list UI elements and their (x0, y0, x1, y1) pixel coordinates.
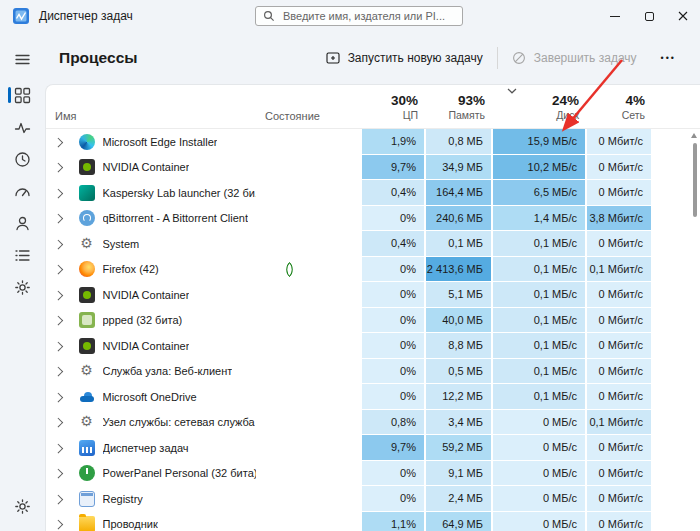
maximize-button[interactable] (632, 0, 666, 32)
process-disk-value: 0,1 МБ/с (493, 359, 587, 385)
process-name: Служба узла: Веб-клиент (103, 365, 233, 377)
window-controls (598, 0, 700, 32)
process-cpu-value: 0% (362, 282, 426, 308)
close-button[interactable] (666, 0, 700, 32)
sidebar-item-app-history[interactable] (0, 144, 45, 174)
process-name: NVIDIA Container (103, 289, 190, 301)
expand-chevron-icon[interactable] (54, 494, 63, 503)
process-status-cell (256, 257, 362, 283)
expand-chevron-icon[interactable] (54, 188, 63, 197)
process-status-cell (256, 333, 362, 359)
search-input[interactable] (255, 6, 463, 26)
process-network-value: 0 Мбит/с (587, 180, 653, 206)
column-header-name[interactable]: Имя (46, 85, 256, 128)
expand-chevron-icon[interactable] (54, 443, 63, 452)
end-task-button[interactable]: Завершить задачу (502, 46, 647, 70)
expand-chevron-icon[interactable] (54, 290, 63, 299)
network-total-value: 4% (625, 93, 645, 108)
expand-chevron-icon[interactable] (54, 469, 63, 478)
process-name-cell: Служба узла: Веб-клиент (46, 359, 256, 385)
run-new-task-button[interactable]: Запустить новую задачу (316, 46, 493, 70)
table-row[interactable]: Microsoft Edge Installer1,9%0,8 МБ15,9 М… (46, 129, 700, 155)
expand-chevron-icon[interactable] (54, 239, 63, 248)
process-name-cell: Microsoft OneDrive (46, 384, 256, 410)
process-cpu-value: 9,7% (362, 435, 426, 461)
system-icon (79, 236, 95, 252)
process-cpu-value: 0% (362, 308, 426, 334)
column-header-memory[interactable]: 93% Память (426, 85, 493, 128)
table-row[interactable]: Firefox (42)0%2 413,6 МБ0,1 МБ/с0,1 Мбит… (46, 257, 700, 283)
column-header-status[interactable]: Состояние (256, 85, 362, 128)
process-cpu-value: 0% (362, 461, 426, 487)
column-header-network[interactable]: 4% Сеть (587, 85, 653, 128)
ppped-icon (79, 312, 95, 328)
expand-chevron-icon[interactable] (54, 341, 63, 350)
powerpanel-icon (79, 465, 95, 481)
users-icon (14, 215, 31, 232)
sidebar-item-services[interactable] (0, 272, 45, 302)
expand-chevron-icon[interactable] (54, 418, 63, 427)
minimize-icon (610, 16, 620, 17)
process-disk-value: 0 МБ/с (493, 410, 587, 436)
column-header-cpu[interactable]: 30% ЦП (362, 85, 426, 128)
expand-chevron-icon[interactable] (54, 137, 63, 146)
column-header-disk[interactable]: 24% Диск (493, 85, 587, 128)
nav-menu-button[interactable] (0, 44, 45, 74)
process-disk-value: 0,1 МБ/с (493, 333, 587, 359)
process-network-value: 0,1 Мбит/с (587, 257, 653, 283)
process-name-cell: ppped (32 бита) (46, 308, 256, 334)
table-row[interactable]: Диспетчер задач9,7%59,2 МБ0 МБ/с0 Мбит/с (46, 435, 700, 461)
table-row[interactable]: NVIDIA Container0%5,1 МБ0,1 МБ/с0 Мбит/с (46, 282, 700, 308)
process-memory-value: 59,2 МБ (426, 435, 493, 461)
table-row[interactable]: ppped (32 бита)0%40,0 МБ0,1 МБ/с0 Мбит/с (46, 308, 700, 334)
process-cpu-value: 1,1% (362, 512, 426, 531)
table-row[interactable]: PowerPanel Personal (32 бита)0%9,1 МБ0 М… (46, 461, 700, 487)
expand-chevron-icon[interactable] (54, 163, 63, 172)
new-task-icon (326, 51, 340, 65)
table-row[interactable]: qBittorrent - A Bittorrent Client0%240,6… (46, 206, 700, 232)
process-network-value: 0 Мбит/с (587, 282, 653, 308)
expand-chevron-icon[interactable] (54, 392, 63, 401)
process-memory-value: 40,0 МБ (426, 308, 493, 334)
expand-chevron-icon[interactable] (54, 520, 63, 529)
process-disk-value: 15,9 МБ/с (493, 129, 587, 155)
process-network-value: 0 Мбит/с (587, 333, 653, 359)
scrollbar-thumb[interactable] (693, 143, 697, 217)
expand-chevron-icon[interactable] (54, 367, 63, 376)
sidebar-item-details[interactable] (0, 240, 45, 270)
sidebar-item-users[interactable] (0, 208, 45, 238)
table-row[interactable]: Проводник1,1%64,9 МБ0 МБ/с0 Мбит/с (46, 512, 700, 531)
process-cpu-value: 0% (362, 359, 426, 385)
table-row[interactable]: NVIDIA Container9,7%34,9 МБ10,2 МБ/с0 Мб… (46, 155, 700, 181)
sidebar-item-settings[interactable] (0, 491, 45, 521)
expand-chevron-icon[interactable] (54, 265, 63, 274)
process-memory-value: 9,1 МБ (426, 461, 493, 487)
minimize-button[interactable] (598, 0, 632, 32)
table-row[interactable]: Registry0%2,4 МБ0 МБ/с0 Мбит/с (46, 486, 700, 512)
explorer-icon (79, 516, 95, 531)
process-rows: Microsoft Edge Installer1,9%0,8 МБ15,9 М… (46, 129, 700, 531)
nvidia-icon (79, 287, 95, 303)
table-row[interactable]: NVIDIA Container0%8,8 МБ0,1 МБ/с0 Мбит/с (46, 333, 700, 359)
sidebar-item-startup-apps[interactable] (0, 176, 45, 206)
expand-chevron-icon[interactable] (54, 316, 63, 325)
sidebar-item-performance[interactable] (0, 112, 45, 142)
active-indicator (8, 87, 11, 103)
process-status-cell (256, 410, 362, 436)
status-column-label: Состояние (265, 110, 320, 122)
firefox-icon (79, 261, 95, 277)
expand-chevron-icon[interactable] (54, 214, 63, 223)
table-row[interactable]: System0,4%0,1 МБ0,1 МБ/с0 Мбит/с (46, 231, 700, 257)
process-status-cell (256, 359, 362, 385)
table-row[interactable]: Узел службы: сетевая служба0,8%3,4 МБ0 М… (46, 410, 700, 436)
table-row[interactable]: Microsoft OneDrive0%12,2 МБ0,1 МБ/с0 Мби… (46, 384, 700, 410)
scrollbar-up-arrow[interactable] (691, 133, 697, 138)
processes-panel: Имя Состояние 30% ЦП 93% Память 24% Диск… (45, 84, 700, 531)
process-name-cell: System (46, 231, 256, 257)
process-cpu-value: 0% (362, 333, 426, 359)
more-options-button[interactable]: ••• (653, 47, 684, 69)
sidebar-item-processes[interactable] (0, 80, 45, 110)
table-row[interactable]: Kaspersky Lab launcher (32 би...0,4%164,… (46, 180, 700, 206)
process-memory-value: 2 413,6 МБ (426, 257, 493, 283)
table-row[interactable]: Служба узла: Веб-клиент0%0,5 МБ0,1 МБ/с0… (46, 359, 700, 385)
